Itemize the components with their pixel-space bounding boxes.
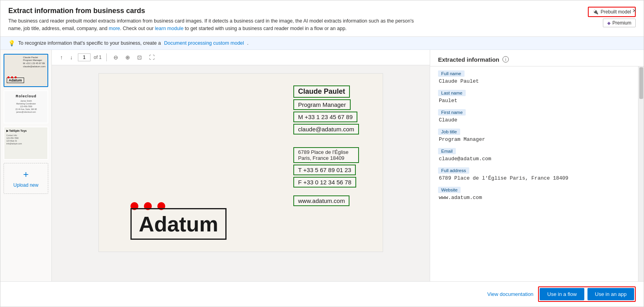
field-group: First nameClaude [438, 109, 630, 123]
page-up-button[interactable]: ↑ [58, 53, 65, 62]
fit-width-button[interactable]: ⊡ [135, 53, 144, 62]
thumb-image-3: ▶ TailSpin Toys Contact Info123-456-7890… [4, 127, 48, 159]
field-label: Last name [438, 90, 466, 96]
info-circle-icon[interactable]: i [502, 56, 509, 63]
learn-module-link[interactable]: learn module [155, 26, 183, 31]
field-value: Claude Paulet [438, 78, 630, 84]
prebuilt-label: Prebuilt model [601, 9, 631, 15]
close-button[interactable]: × [630, 5, 639, 17]
card-address-line1: 6789 Place de l'Église [298, 149, 354, 155]
card-title: Program Manager [293, 99, 351, 110]
footer-action-buttons: Use in a flow Use in an app [538, 286, 636, 302]
field-group: Emailclaude@adatum.com [438, 148, 630, 162]
scrollbar-track[interactable] [638, 66, 644, 282]
plus-icon: + [23, 169, 28, 180]
thumbnail-2[interactable]: Rolecloud James SmithMarketing Coordinat… [4, 90, 48, 123]
field-value: Paulet [438, 98, 630, 104]
extracted-header: Extracted information i [430, 50, 644, 66]
field-group: Job titleProgram Manager [438, 129, 630, 142]
field-value: Program Manager [438, 136, 630, 142]
card-content: Claude Paulet Program Manager M +33 1 23… [99, 74, 383, 252]
thumb-image-2: Rolecloud James SmithMarketing Coordinat… [4, 91, 48, 123]
fit-page-button[interactable]: ⛶ [147, 53, 157, 62]
extracted-title: Extracted information [438, 56, 499, 63]
modal-footer: View documentation Use in a flow Use in … [0, 281, 644, 307]
field-label: Email [438, 148, 456, 154]
card-address-line2: Paris, France 18409 [298, 155, 354, 161]
use-in-app-button[interactable]: Use in an app [587, 288, 634, 300]
card-name: Claude Paulet [293, 85, 350, 98]
field-label: Full address [438, 167, 469, 174]
separator-1 [106, 53, 107, 61]
field-label: Website [438, 187, 461, 193]
desc-text-2: . Check out our [120, 26, 155, 31]
viewer-toolbar: ↑ ↓ of 1 ⊖ ⊕ ⊡ ⛶ [52, 50, 430, 65]
field-group: Websitewww.adatum.com [438, 187, 630, 201]
field-group: Full nameClaude Paulet [438, 70, 630, 84]
premium-badge: ◆ Premium [603, 19, 636, 27]
field-value: claude@adatum.com [438, 156, 630, 162]
card-brand-name: Adatum [130, 208, 227, 240]
modal-header: Extract information from business cards … [0, 0, 644, 37]
business-card-image: Claude Paulet Program Manager M +33 1 23… [98, 73, 383, 252]
field-value: www.adatum.com [438, 195, 630, 201]
thumbnail-1[interactable]: Claude PauletProgram ManagerM +33 1 23 4… [4, 54, 48, 87]
custom-model-link[interactable]: Document processing custom model [164, 40, 244, 46]
prebuilt-icon: 🔌 [593, 9, 599, 15]
header-right-buttons: 🔌 Prebuilt model ◆ Premium [588, 7, 636, 27]
prebuilt-model-button[interactable]: 🔌 Prebuilt model [588, 7, 636, 17]
extracted-fields-body: Full nameClaude PauletLast namePauletFir… [430, 66, 638, 282]
card-fax: F +33 0 12 34 56 78 [293, 177, 356, 188]
banner-text-1: To recognize information that's specific… [18, 40, 161, 46]
desc-text-3: to get started with using a business car… [183, 26, 347, 31]
lightbulb-icon: 💡 [8, 40, 15, 46]
zoom-in-button[interactable]: ⊕ [123, 53, 132, 62]
card-info-section: Claude Paulet Program Manager M +33 1 23… [293, 85, 359, 206]
info-banner: 💡 To recognize information that's specif… [0, 37, 644, 50]
upload-new-label: Upload new [13, 182, 38, 188]
modal-container: Extract information from business cards … [0, 0, 644, 307]
modal-title: Extract information from business cards [8, 7, 580, 15]
field-value: 6789 Place de l'Église Paris, France 184… [438, 175, 630, 181]
premium-label: Premium [612, 20, 631, 26]
right-panel: Extracted information i Full nameClaude … [430, 50, 644, 282]
banner-text-2: . [247, 40, 248, 46]
thumb-image-1: Claude PauletProgram ManagerM +33 1 23 4… [4, 55, 48, 86]
modal-description: The business card reader prebuilt model … [8, 17, 423, 32]
view-documentation-link[interactable]: View documentation [487, 291, 534, 297]
page-down-button[interactable]: ↓ [68, 53, 75, 62]
diamond-icon: ◆ [607, 21, 610, 26]
card-website: www.adatum.com [293, 195, 349, 206]
card-brand-section: Adatum [130, 208, 227, 240]
card-phone-t: T +33 5 67 89 01 23 [293, 165, 356, 175]
field-label: Full name [438, 70, 465, 77]
card-address-box: 6789 Place de l'Église Paris, France 184… [293, 147, 359, 163]
card-email: claude@adatum.com [293, 124, 359, 135]
field-group: Last namePaulet [438, 90, 630, 104]
use-in-flow-button[interactable]: Use in a flow [540, 288, 584, 300]
page-number-input[interactable] [78, 53, 91, 61]
field-group: Full address6789 Place de l'Église Paris… [438, 167, 630, 181]
page-of-label: of 1 [94, 55, 102, 60]
field-value: Claude [438, 117, 630, 123]
thumbnails-panel: Claude PauletProgram ManagerM +33 1 23 4… [0, 50, 52, 282]
upload-new-button[interactable]: + Upload new [4, 163, 48, 194]
zoom-out-button[interactable]: ⊖ [111, 53, 120, 62]
image-area: Claude Paulet Program Manager M +33 1 23… [52, 65, 430, 282]
more-link[interactable]: more [109, 26, 120, 31]
main-content: Claude PauletProgram ManagerM +33 1 23 4… [0, 50, 644, 282]
field-label: First name [438, 109, 466, 116]
field-label: Job title [438, 129, 460, 135]
thumbnail-3[interactable]: ▶ TailSpin Toys Contact Info123-456-7890… [4, 127, 48, 160]
title-section: Extract information from business cards … [8, 7, 580, 32]
scrollbar-thumb[interactable] [639, 67, 643, 99]
card-phone-m: M +33 1 23 45 67 89 [293, 112, 357, 122]
image-viewer: ↑ ↓ of 1 ⊖ ⊕ ⊡ ⛶ Claude Paulet Progra [52, 50, 430, 282]
